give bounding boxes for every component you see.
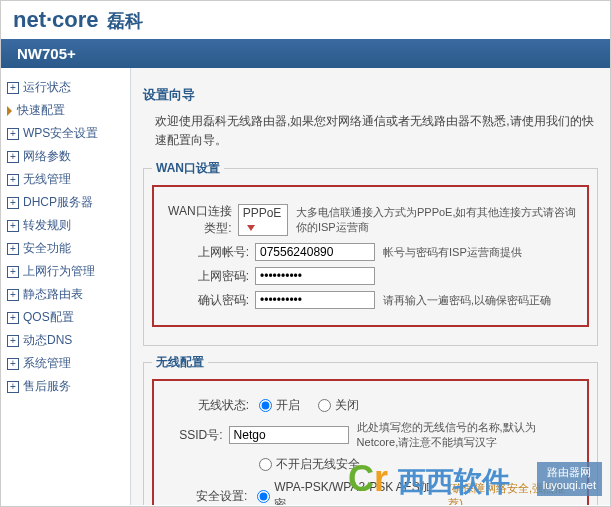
sidebar-item-wps[interactable]: +WPS安全设置 <box>1 122 130 145</box>
watermark-r-icon: r <box>374 458 388 499</box>
wan-highlight-box: WAN口连接类型: PPPoE 大多电信联通接入方式为PPPoE,如有其他连接方… <box>152 185 589 327</box>
sidebar-item-wizard[interactable]: 快速配置 <box>1 99 130 122</box>
model-bar: NW705+ <box>1 39 610 68</box>
watermark-c-icon: C <box>348 458 374 499</box>
wireless-legend: 无线配置 <box>152 354 208 371</box>
logo: net·core 磊科 <box>13 7 143 32</box>
model-text: NW705+ <box>17 45 76 62</box>
stamp-line1: 路由器网 <box>543 466 596 479</box>
plus-icon: + <box>7 335 19 347</box>
wan-type-select[interactable]: PPPoE <box>238 204 288 236</box>
sec-label: 安全设置: <box>164 488 247 505</box>
wireless-on-radio[interactable] <box>259 399 272 412</box>
plus-icon: + <box>7 197 19 209</box>
dropdown-arrow-icon <box>247 225 255 231</box>
plus-icon: + <box>7 266 19 278</box>
plus-icon: + <box>7 289 19 301</box>
wan-confirm-label: 确认密码: <box>164 292 249 309</box>
wireless-off-radio[interactable] <box>318 399 331 412</box>
arrow-icon <box>7 106 12 116</box>
main-panel: 设置向导 欢迎使用磊科无线路由器,如果您对网络通信或者无线路由器不熟悉,请使用我… <box>131 68 610 505</box>
plus-icon: + <box>7 220 19 232</box>
wan-legend: WAN口设置 <box>152 160 224 177</box>
plus-icon: + <box>7 128 19 140</box>
wizard-intro: 欢迎使用磊科无线路由器,如果您对网络通信或者无线路由器不熟悉,请使用我们的快速配… <box>155 112 598 150</box>
wizard-title: 设置向导 <box>143 86 598 104</box>
wan-type-hint: 大多电信联通接入方式为PPPoE,如有其他连接方式请咨询你的ISP运营商 <box>296 205 577 235</box>
sidebar-item-security[interactable]: +安全功能 <box>1 237 130 260</box>
logo-cn: 磊科 <box>107 11 143 31</box>
sidebar-item-dhcp[interactable]: +DHCP服务器 <box>1 191 130 214</box>
watermark: Cr 西西软件 <box>348 458 510 501</box>
sidebar-item-network[interactable]: +网络参数 <box>1 145 130 168</box>
ssid-input[interactable] <box>229 426 349 444</box>
wireless-off-label: 关闭 <box>335 397 359 414</box>
header: net·core 磊科 <box>1 1 610 39</box>
sidebar-item-forward[interactable]: +转发规则 <box>1 214 130 237</box>
stamp-line2: luyouqi.net <box>543 479 596 492</box>
sidebar-item-qos[interactable]: +QOS配置 <box>1 306 130 329</box>
logo-brand: net·core <box>13 7 99 32</box>
sidebar-item-system[interactable]: +系统管理 <box>1 352 130 375</box>
sidebar-item-ddns[interactable]: +动态DNS <box>1 329 130 352</box>
plus-icon: + <box>7 243 19 255</box>
sidebar-item-behavior[interactable]: +上网行为管理 <box>1 260 130 283</box>
wireless-status-label: 无线状态: <box>164 397 249 414</box>
watermark-text: 西西软件 <box>398 466 510 497</box>
wan-user-input[interactable] <box>255 243 375 261</box>
plus-icon: + <box>7 381 19 393</box>
sidebar: +运行状态 快速配置 +WPS安全设置 +网络参数 +无线管理 +DHCP服务器… <box>1 68 131 505</box>
wireless-on-label: 开启 <box>276 397 300 414</box>
plus-icon: + <box>7 151 19 163</box>
wan-user-hint: 帐号与密码有ISP运营商提供 <box>383 245 522 260</box>
sidebar-item-route[interactable]: +静态路由表 <box>1 283 130 306</box>
wan-user-label: 上网帐号: <box>164 244 249 261</box>
url-stamp: 路由器网 luyouqi.net <box>537 462 602 496</box>
plus-icon: + <box>7 174 19 186</box>
ssid-label: SSID号: <box>164 427 223 444</box>
plus-icon: + <box>7 82 19 94</box>
nosec-radio[interactable] <box>259 458 272 471</box>
wan-pass-label: 上网密码: <box>164 268 249 285</box>
wan-confirm-input[interactable] <box>255 291 375 309</box>
sec-radio[interactable] <box>257 490 270 503</box>
wan-type-label: WAN口连接类型: <box>164 203 232 237</box>
plus-icon: + <box>7 358 19 370</box>
plus-icon: + <box>7 312 19 324</box>
wan-confirm-hint: 请再输入一遍密码,以确保密码正确 <box>383 293 551 308</box>
sidebar-item-status[interactable]: +运行状态 <box>1 76 130 99</box>
wan-fieldset: WAN口设置 WAN口连接类型: PPPoE 大多电信联通接入方式为PPPoE,… <box>143 160 598 346</box>
sidebar-item-service[interactable]: +售后服务 <box>1 375 130 398</box>
sidebar-item-wireless[interactable]: +无线管理 <box>1 168 130 191</box>
wan-pass-input[interactable] <box>255 267 375 285</box>
ssid-hint: 此处填写您的无线信号的名称,默认为Netcore,请注意不能填写汉字 <box>357 420 577 450</box>
